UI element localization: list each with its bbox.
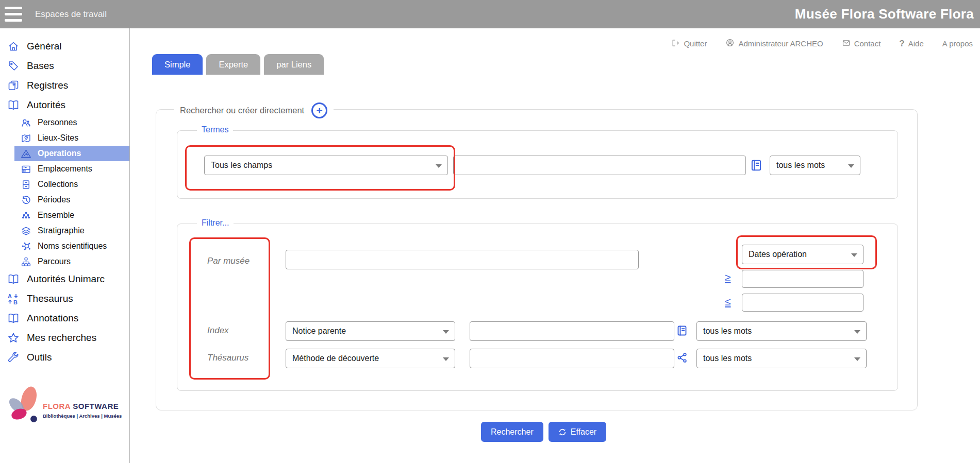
create-record-icon[interactable]: + xyxy=(311,102,327,118)
index-mode-value: tous les mots xyxy=(703,327,752,336)
sidebar-item-lieux-sites[interactable]: Lieux-Sites xyxy=(0,130,129,146)
sidebar-item-label: Stratigraphie xyxy=(38,226,85,235)
sidebar-item-ensemble[interactable]: Ensemble xyxy=(0,208,129,223)
thesaurus-field-select[interactable]: Méthode de découverte xyxy=(286,349,455,368)
sidebar-item-label: Ensemble xyxy=(38,211,74,220)
term-input[interactable] xyxy=(453,156,746,175)
lte-symbol: ≤ xyxy=(725,296,731,308)
sidebar-item-bases[interactable]: Bases xyxy=(0,56,129,76)
sidebar-item-parcours[interactable]: Parcours xyxy=(0,254,129,269)
quitter-link[interactable]: Quitter xyxy=(671,39,707,49)
form-actions: Rechercher Effacer xyxy=(481,422,606,442)
sidebar-item-autorites-unimarc[interactable]: Autorités Unimarc xyxy=(0,269,129,289)
sidebar-item-registres[interactable]: Registres xyxy=(0,76,129,95)
svg-text:B: B xyxy=(13,299,18,305)
field-select[interactable]: Tous les champs xyxy=(204,156,448,175)
sidebar-item-personnes[interactable]: Personnes xyxy=(0,115,129,130)
sidebar-item-noms-scientifiques[interactable]: Noms scientifiques xyxy=(0,238,129,254)
index-input[interactable] xyxy=(470,321,674,341)
date-from-input[interactable] xyxy=(742,270,863,288)
sidebar-item-label: Personnes xyxy=(38,118,77,127)
logout-icon xyxy=(671,39,680,49)
sidebar-item-label: Général xyxy=(27,41,62,52)
open-book-icon xyxy=(7,312,20,324)
sidebar-item-stratigraphie[interactable]: Stratigraphie xyxy=(0,223,129,238)
home-icon xyxy=(7,40,20,53)
filter-section: Filtrer... Par musée Dates opération ≥ ≤… xyxy=(177,224,898,391)
brand-name-primary: FLORA xyxy=(43,402,71,410)
sidebar-item-operations[interactable]: Operations xyxy=(14,146,129,161)
sidebar-nav: Général Bases Registres Autorités Person… xyxy=(0,28,129,367)
sidebar-item-emplacements[interactable]: Emplacements xyxy=(0,161,129,177)
sidebar-item-annotations[interactable]: Annotations xyxy=(0,308,129,328)
excavation-icon xyxy=(20,148,31,159)
layers-icon xyxy=(20,226,31,236)
sidebar-item-label: Operations xyxy=(38,149,81,158)
user-account-link[interactable]: Administrateur ARCHEO xyxy=(725,38,823,49)
open-book-icon xyxy=(7,99,20,111)
field-select-value: Tous les champs xyxy=(211,161,272,170)
term-mode-value: tous les mots xyxy=(776,161,825,170)
dates-field-select[interactable]: Dates opération xyxy=(742,245,863,264)
svg-text:A: A xyxy=(8,293,12,299)
thesaurus-input[interactable] xyxy=(470,349,674,368)
index-mode-select[interactable]: tous les mots xyxy=(696,321,867,341)
flora-software-logo: FLORA SOFTWARE Bibliothèques | Archives … xyxy=(8,386,124,433)
tab-simple[interactable]: Simple xyxy=(152,54,203,75)
search-button[interactable]: Rechercher xyxy=(481,422,543,442)
tab-experte[interactable]: Experte xyxy=(206,54,260,75)
a-propos-label: A propos xyxy=(942,39,973,48)
aide-label: Aide xyxy=(908,39,924,48)
sidebar-item-mes-recherches[interactable]: Mes recherches xyxy=(0,328,129,348)
term-mode-select[interactable]: tous les mots xyxy=(770,156,860,175)
sidebar-item-autorites[interactable]: Autorités xyxy=(0,95,129,115)
termes-section: Termes Tous les champs tous les mots xyxy=(177,130,898,199)
thesaurus-mode-select[interactable]: tous les mots xyxy=(696,349,867,368)
chevron-down-icon xyxy=(854,357,860,361)
sidebar-item-label: Lieux-Sites xyxy=(38,133,78,143)
index-lookup-icon[interactable] xyxy=(676,324,689,338)
chevron-down-icon xyxy=(443,330,449,334)
thesaurus-link-icon[interactable] xyxy=(676,352,690,365)
sidebar-item-label: Annotations xyxy=(27,313,78,324)
tag-icon xyxy=(7,60,20,72)
index-lookup-icon[interactable] xyxy=(750,159,763,172)
user-icon xyxy=(725,38,735,49)
chevron-down-icon xyxy=(848,164,854,168)
sidebar-item-periodes[interactable]: Périodes xyxy=(0,192,129,208)
sidebar-item-collections[interactable]: Collections xyxy=(0,177,129,192)
chevron-down-icon xyxy=(443,357,449,361)
sidebar-item-outils[interactable]: Outils xyxy=(0,348,129,367)
thesaurus-mode-value: tous les mots xyxy=(703,354,752,363)
shelf-icon xyxy=(20,164,31,175)
index-field-select[interactable]: Notice parente xyxy=(286,321,455,341)
sidebar-item-label: Emplacements xyxy=(38,164,92,174)
sidebar: Général Bases Registres Autorités Person… xyxy=(0,28,130,463)
clear-button[interactable]: Effacer xyxy=(549,422,606,442)
sidebar-item-label: Collections xyxy=(38,180,78,189)
registers-icon xyxy=(7,79,20,92)
map-pin-icon xyxy=(20,133,31,144)
hamburger-menu-icon[interactable] xyxy=(5,7,23,22)
search-panel: Rechercher ou créer directement + Termes… xyxy=(156,109,918,410)
search-mode-tabs: Simple Experte par Liens xyxy=(152,54,324,75)
history-icon xyxy=(20,195,31,205)
chevron-down-icon xyxy=(436,164,442,168)
contact-link[interactable]: Contact xyxy=(842,39,881,49)
sidebar-item-thesaurus[interactable]: AB Thesaurus xyxy=(0,289,129,308)
aide-link[interactable]: ? Aide xyxy=(899,39,923,49)
chevron-down-icon xyxy=(851,253,857,257)
flora-flower-icon xyxy=(9,386,45,422)
open-book-icon xyxy=(7,273,20,285)
date-to-input[interactable] xyxy=(742,294,863,312)
museum-input[interactable] xyxy=(286,250,639,269)
contact-label: Contact xyxy=(854,39,881,48)
tab-par-liens[interactable]: par Liens xyxy=(264,54,324,75)
drawers-icon xyxy=(20,179,31,190)
museum-filter-label: Par musée xyxy=(207,256,250,266)
sitemap-icon xyxy=(20,256,31,267)
sidebar-item-label: Parcours xyxy=(38,257,71,266)
sidebar-item-general[interactable]: Général xyxy=(0,37,129,56)
user-label: Administrateur ARCHEO xyxy=(738,39,823,48)
a-propos-link[interactable]: A propos xyxy=(942,39,973,48)
